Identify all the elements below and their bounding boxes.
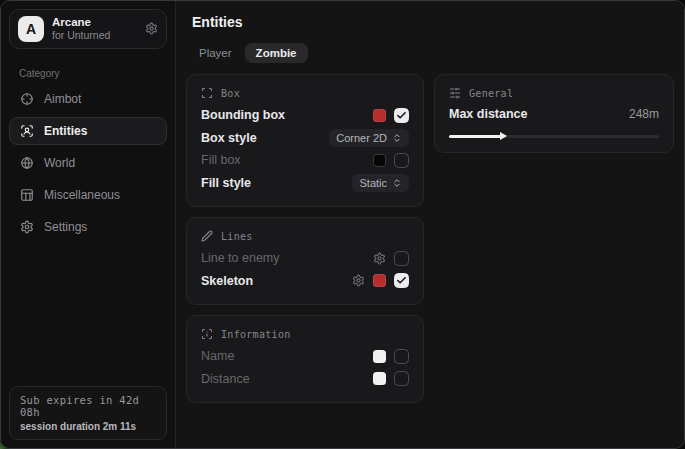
sidebar-item-label: Aimbot: [44, 92, 81, 106]
scan-user-icon: [20, 124, 34, 138]
checkbox[interactable]: [394, 251, 409, 266]
sidebar-item-settings[interactable]: Settings: [9, 213, 167, 241]
settings-content: Box Bounding box Box style: [186, 74, 674, 403]
gear-icon[interactable]: [373, 252, 386, 265]
sidebar-item-label: Miscellaneous: [44, 188, 120, 202]
fill-style-dropdown[interactable]: Static: [352, 174, 409, 192]
sidebar-item-entities[interactable]: Entities: [9, 117, 167, 145]
information-card: Information Name Distance: [186, 315, 424, 403]
tab-player[interactable]: Player: [188, 43, 243, 63]
sidebar-item-label: Entities: [44, 124, 87, 138]
setting-label: Line to enemy: [201, 251, 280, 265]
setting-label: Max distance: [449, 107, 528, 121]
slider-fill: [449, 135, 502, 138]
sidebar-item-miscellaneous[interactable]: Miscellaneous: [9, 181, 167, 209]
main-panel: Entities Player Zombie Box Bounding box: [176, 1, 685, 448]
setting-label: Skeleton: [201, 274, 253, 288]
app-name: Arcane: [52, 15, 110, 29]
page-title: Entities: [192, 14, 674, 30]
setting-row: Name: [201, 345, 409, 368]
sidebar-item-aimbot[interactable]: Aimbot: [9, 85, 167, 113]
checkbox[interactable]: [394, 273, 409, 288]
checkbox[interactable]: [394, 153, 409, 168]
setting-row: Fill box: [201, 149, 409, 172]
checkbox[interactable]: [394, 349, 409, 364]
setting-label: Fill style: [201, 176, 251, 190]
gear-icon: [20, 220, 34, 234]
setting-row: Fill style Static: [201, 172, 409, 195]
sidebar-item-world[interactable]: World: [9, 149, 167, 177]
setting-label: Distance: [201, 372, 250, 386]
sidebar: A Arcane for Unturned Category Aimbot: [1, 1, 176, 448]
color-swatch[interactable]: [373, 109, 386, 122]
session-duration: session duration 2m 11s: [20, 421, 156, 432]
chevrons-up-down-icon: [392, 133, 402, 143]
setting-row: Skeleton: [201, 270, 409, 293]
brand-card: A Arcane for Unturned: [9, 9, 167, 49]
setting-label: Fill box: [201, 153, 241, 167]
color-swatch[interactable]: [373, 154, 386, 167]
general-card: General Max distance 248m: [434, 74, 674, 153]
setting-label: Box style: [201, 131, 257, 145]
checkbox[interactable]: [394, 371, 409, 386]
setting-row: Distance: [201, 368, 409, 391]
lines-card: Lines Line to enemy: [186, 217, 424, 305]
card-title: Lines: [221, 231, 253, 242]
color-swatch[interactable]: [373, 372, 386, 385]
setting-row: Bounding box: [201, 104, 409, 127]
checkbox[interactable]: [394, 108, 409, 123]
sidebar-nav: Aimbot Entities World Miscellaneous: [9, 85, 167, 241]
entity-tabs: Player Zombie: [188, 43, 674, 63]
setting-label: Name: [201, 349, 234, 363]
max-distance-slider[interactable]: [449, 132, 659, 140]
color-swatch[interactable]: [373, 350, 386, 363]
gear-icon[interactable]: [145, 22, 158, 35]
slider-handle[interactable]: [500, 132, 507, 140]
dropdown-value: Static: [359, 177, 387, 189]
gear-icon[interactable]: [352, 274, 365, 287]
card-title: Information: [221, 329, 291, 340]
tab-zombie[interactable]: Zombie: [245, 43, 308, 63]
card-title: General: [469, 88, 513, 99]
dropdown-value: Corner 2D: [336, 132, 387, 144]
pencil-icon: [201, 230, 213, 242]
app-window: A Arcane for Unturned Category Aimbot: [0, 0, 685, 449]
sliders-icon: [449, 87, 461, 99]
app-logo: A: [18, 16, 44, 42]
sidebar-item-label: Settings: [44, 220, 87, 234]
scan-info-icon: [201, 328, 213, 340]
box-card: Box Bounding box Box style: [186, 74, 424, 207]
category-label: Category: [19, 68, 175, 79]
subscription-expiry: Sub expires in 42d 08h: [20, 394, 156, 418]
globe-icon: [20, 156, 34, 170]
scan-box-icon: [201, 87, 213, 99]
table-icon: [20, 188, 34, 202]
color-swatch[interactable]: [373, 274, 386, 287]
app-subtitle: for Unturned: [52, 29, 110, 42]
sidebar-item-label: World: [44, 156, 75, 170]
subscription-info-card: Sub expires in 42d 08h session duration …: [9, 386, 167, 440]
crosshair-icon: [20, 92, 34, 106]
box-style-dropdown[interactable]: Corner 2D: [329, 129, 409, 147]
setting-label: Bounding box: [201, 108, 285, 122]
card-title: Box: [221, 88, 240, 99]
setting-row: Line to enemy: [201, 247, 409, 270]
setting-row: Box style Corner 2D: [201, 127, 409, 150]
slider-value: 248m: [629, 107, 659, 121]
chevrons-up-down-icon: [392, 178, 402, 188]
